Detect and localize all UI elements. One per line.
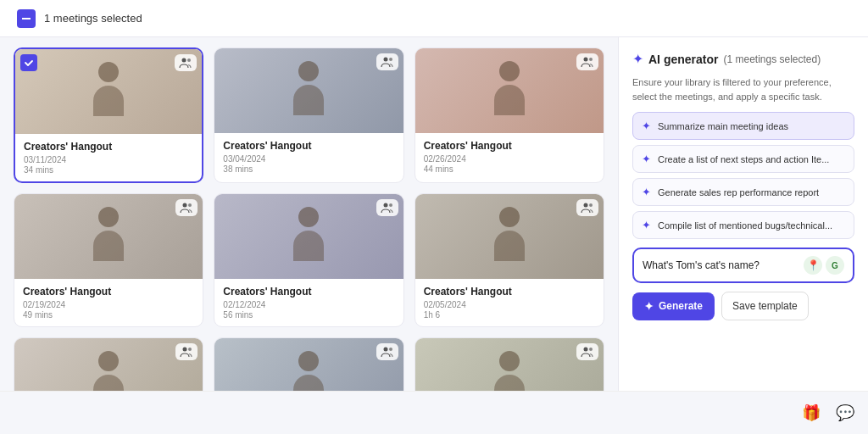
ai-suggestion-item[interactable]: ✦ Summarize main meeting ideas <box>632 112 854 140</box>
person-body <box>494 85 525 115</box>
person-body <box>494 231 525 261</box>
svg-point-13 <box>188 348 192 351</box>
card-date: 02/12/2024 <box>223 300 394 309</box>
person-head <box>499 207 520 227</box>
person-silhouette <box>287 61 330 120</box>
meeting-card[interactable]: Creators' Hangout 02/26/2024 44 mins <box>415 47 604 183</box>
card-person <box>14 338 203 391</box>
person-head <box>499 61 520 81</box>
grammarly-icon: G <box>826 256 844 275</box>
svg-point-7 <box>188 203 192 207</box>
svg-point-9 <box>389 203 392 207</box>
meeting-card[interactable]: Creators' Hangout 02/12/2024 56 mins <box>214 193 403 327</box>
svg-point-11 <box>589 203 593 207</box>
generate-spark-icon: ✦ <box>644 300 654 313</box>
card-duration: 49 mins <box>23 310 194 320</box>
suggestion-text: Compile list of mentioned bugs/technical… <box>658 220 832 231</box>
card-duration: 56 mins <box>223 310 394 320</box>
card-date: 03/04/2024 <box>223 154 394 164</box>
card-info: Creators' Hangout 03/11/2024 34 mins <box>15 134 202 181</box>
header: 1 meetings selected <box>0 0 868 37</box>
card-info: Creators' Hangout 02/05/2024 1h 6 <box>415 279 604 326</box>
svg-point-0 <box>182 58 186 63</box>
ai-panel-count: (1 meetings selected) <box>723 53 821 65</box>
card-thumbnail <box>14 338 203 391</box>
person-silhouette <box>87 62 130 121</box>
person-silhouette <box>87 351 130 391</box>
ai-panel: ✦ AI generator (1 meetings selected) Ens… <box>618 37 868 391</box>
chat-button[interactable]: 💬 <box>829 397 861 429</box>
card-info: Creators' Hangout 02/12/2024 56 mins <box>214 279 403 326</box>
card-person <box>214 48 403 133</box>
meeting-card[interactable]: Creators' Hangout 02/05/2024 1h 6 <box>415 193 604 327</box>
ai-input-area[interactable]: 📍 G <box>632 248 854 283</box>
person-silhouette <box>488 61 531 120</box>
card-person <box>415 338 604 391</box>
person-head <box>298 207 319 227</box>
generate-label: Generate <box>659 300 703 312</box>
svg-point-17 <box>589 348 593 351</box>
ai-suggestion-item[interactable]: ✦ Create a list of next steps and action… <box>632 145 854 173</box>
suggestion-text: Generate sales rep performance report <box>658 187 819 198</box>
person-body <box>93 375 124 391</box>
card-title: Creators' Hangout <box>24 141 193 153</box>
card-person <box>214 194 403 279</box>
ai-panel-title: AI generator <box>648 53 718 66</box>
card-title: Creators' Hangout <box>223 140 394 152</box>
card-selected-checkbox[interactable] <box>20 54 37 71</box>
participants-icon <box>376 199 398 216</box>
selected-count-label: 1 meetings selected <box>44 12 142 25</box>
card-date: 03/11/2024 <box>24 155 193 164</box>
person-body <box>93 86 124 116</box>
card-duration: 34 mins <box>24 165 193 175</box>
card-thumbnail <box>415 48 604 133</box>
person-body <box>293 231 324 261</box>
meeting-card[interactable]: Creators' Hangout 03/04/2024 38 mins <box>214 47 403 183</box>
generate-button[interactable]: ✦ Generate <box>632 292 715 320</box>
person-silhouette <box>488 207 531 266</box>
gift-button[interactable]: 🎁 <box>795 397 827 429</box>
meeting-card[interactable]: Creators' Hangout 03/11/2024 34 mins <box>14 47 203 183</box>
suggestion-spark-icon: ✦ <box>642 186 651 198</box>
card-info: Creators' Hangout 02/26/2024 44 mins <box>415 133 604 181</box>
person-body <box>293 375 324 391</box>
deselect-button[interactable] <box>17 9 36 28</box>
person-head <box>98 207 119 227</box>
card-info: Creators' Hangout 03/04/2024 38 mins <box>214 133 403 181</box>
card-thumbnail <box>14 194 203 279</box>
card-title: Creators' Hangout <box>223 286 394 298</box>
card-person <box>415 48 604 133</box>
ai-suggestion-item[interactable]: ✦ Generate sales rep performance report <box>632 178 854 206</box>
person-silhouette <box>287 351 330 391</box>
person-silhouette <box>287 207 330 266</box>
ai-suggestion-item[interactable]: ✦ Compile list of mentioned bugs/technic… <box>632 211 854 239</box>
person-head <box>98 62 119 82</box>
save-template-button[interactable]: Save template <box>721 292 809 320</box>
suggestion-text: Summarize main meeting ideas <box>658 121 788 131</box>
ai-input[interactable] <box>643 259 798 271</box>
participants-icon <box>576 343 598 360</box>
meeting-card[interactable]: Creators' Hangout 02/19/2024 49 mins <box>14 193 203 327</box>
suggestion-spark-icon: ✦ <box>642 120 651 132</box>
person-body <box>93 231 124 261</box>
meeting-card[interactable]: Creators' Hangout 01/08/2024 38 mins <box>415 337 604 391</box>
suggestion-spark-icon: ✦ <box>642 153 651 165</box>
suggestion-spark-icon: ✦ <box>642 219 651 231</box>
ai-suggestions-list: ✦ Summarize main meeting ideas ✦ Create … <box>632 112 854 239</box>
svg-point-12 <box>183 348 187 352</box>
card-thumbnail <box>15 49 202 134</box>
meeting-card[interactable]: Creators' Hangout 01/29/2024 52 mins <box>14 337 203 391</box>
main-layout: Creators' Hangout 03/11/2024 34 mins <box>0 37 868 391</box>
card-person <box>14 194 203 279</box>
person-silhouette <box>488 351 531 391</box>
person-head <box>98 351 119 371</box>
person-head <box>499 351 520 371</box>
bottom-toolbar: 🎁 💬 <box>0 391 868 434</box>
meeting-card[interactable]: Creators' Hangout 01/15/2024 45 mins <box>214 337 403 391</box>
card-title: Creators' Hangout <box>23 286 194 298</box>
participants-icon <box>175 343 198 360</box>
person-body <box>293 85 324 115</box>
card-thumbnail <box>415 194 604 279</box>
participants-icon <box>576 53 598 70</box>
ai-actions: ✦ Generate Save template <box>632 292 854 320</box>
